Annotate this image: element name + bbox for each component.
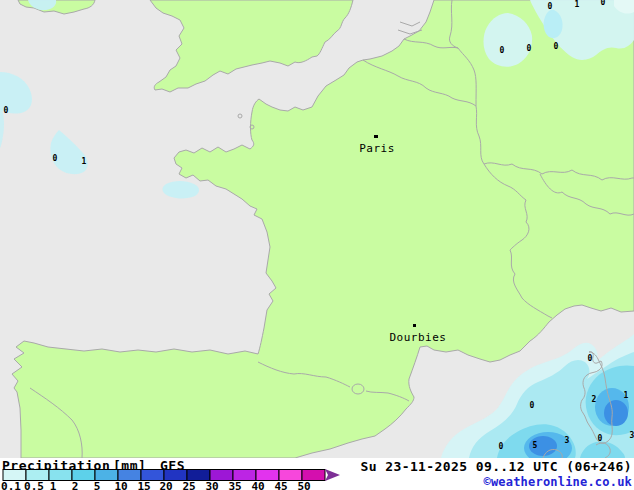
value-label: 1 <box>82 157 87 166</box>
tick-label: 15 <box>137 480 150 490</box>
precipitation-map: 0 0 1 0 1 0 0 0 0 0 2 1 0 5 3 0 3 0 <box>0 0 634 458</box>
dourbies-marker <box>413 324 416 327</box>
tick-label: 30 <box>205 480 218 490</box>
colorbar-ticks: 0.1 0.5 1 2 5 10 15 20 25 30 35 40 45 50 <box>1 480 311 490</box>
value-label: 1 <box>575 0 580 9</box>
value-label: 2 <box>592 395 597 404</box>
value-label: 0 <box>598 434 603 443</box>
colorbar-cell <box>187 470 210 481</box>
colorbar-cell <box>279 470 302 481</box>
value-label: 3 <box>565 436 570 445</box>
tick-label: 10 <box>114 480 127 490</box>
value-label: 0 <box>53 154 58 163</box>
paris-label: Paris <box>359 142 395 155</box>
legend-colorbar: 0.1 0.5 1 2 5 10 15 20 25 30 35 40 45 50 <box>0 469 345 490</box>
tick-label: 50 <box>297 480 310 490</box>
legend-bar: Precipitation [mm] GFS Su 23-11-2025 09.… <box>0 458 634 490</box>
precip-med-level5-corsica <box>604 400 628 426</box>
value-label: 0 <box>588 354 593 363</box>
colorbar-cell <box>118 470 141 481</box>
colorbar-cell <box>26 470 49 481</box>
value-label: 3 <box>630 431 634 440</box>
colorbar-cell <box>164 470 187 481</box>
tick-label: 45 <box>274 480 287 490</box>
value-label: 0 <box>500 46 505 55</box>
colorbar-cell <box>72 470 95 481</box>
tick-label: 2 <box>72 480 79 490</box>
value-label: 0 <box>4 106 9 115</box>
colorbar-cell <box>3 470 26 481</box>
tick-label: 25 <box>182 480 195 490</box>
paris-marker <box>374 135 378 138</box>
colorbar-cells <box>3 470 325 481</box>
value-label: 5 <box>533 441 538 450</box>
weather-map-page: 0 0 1 0 1 0 0 0 0 0 2 1 0 5 3 0 3 0 <box>0 0 634 490</box>
colorbar-arrow <box>325 469 340 481</box>
andorra-outline <box>352 384 364 394</box>
tick-label: 35 <box>228 480 241 490</box>
value-label: 0 <box>527 44 532 53</box>
colorbar-cell <box>302 470 325 481</box>
tick-label: 5 <box>94 480 101 490</box>
value-label: 0 <box>548 2 553 11</box>
colorbar-cell <box>141 470 164 481</box>
colorbar-cell <box>49 470 72 481</box>
colorbar-cell <box>233 470 256 481</box>
value-label: 0 <box>554 42 559 51</box>
map-area: 0 0 1 0 1 0 0 0 0 0 2 1 0 5 3 0 3 0 <box>0 0 634 458</box>
colorbar-cell <box>256 470 279 481</box>
dourbies-label: Dourbies <box>390 331 447 344</box>
value-label: 1 <box>624 391 629 400</box>
value-label: 0 <box>530 401 535 410</box>
value-label: 0 <box>601 0 606 7</box>
colorbar-cell <box>95 470 118 481</box>
value-label: 0 <box>499 442 504 451</box>
copyright-text: ©weatheronline.co.uk <box>484 475 633 489</box>
forecast-datetime: Su 23-11-2025 09..12 UTC (06+246) <box>361 459 632 474</box>
tick-label: 1 <box>50 480 57 490</box>
tick-label: 40 <box>251 480 264 490</box>
colorbar-cell <box>210 470 233 481</box>
tick-label: 0.1 <box>1 480 21 490</box>
tick-label: 0.5 <box>24 480 44 490</box>
tick-label: 20 <box>159 480 172 490</box>
